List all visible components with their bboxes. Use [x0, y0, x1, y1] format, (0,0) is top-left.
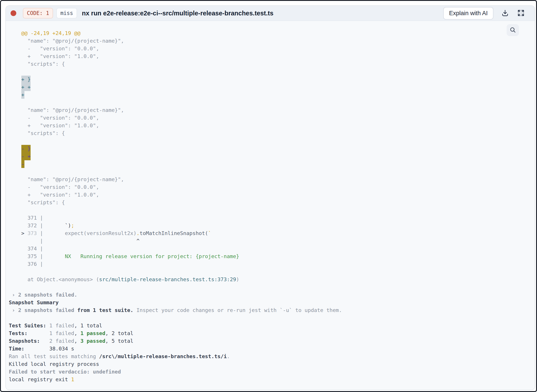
header: CODE: 1 miss nx run e2e-release:e2e-ci--…	[6, 6, 535, 21]
terminal-line: + "version": "1.0.0",	[9, 122, 504, 130]
terminal-line: at Object.<anonymous> (src/multiple-rele…	[9, 276, 504, 283]
terminal-line: - "version": "0.0.0",	[9, 114, 504, 122]
download-button[interactable]	[500, 8, 510, 18]
terminal-line: "name": "@proj/{project-name}",	[9, 176, 504, 183]
terminal-line: Test Suites: 1 failed, 1 total	[9, 322, 504, 330]
terminal-line	[9, 137, 504, 145]
terminal-line: local registry exit 1	[9, 376, 504, 383]
terminal-line: | ^	[9, 237, 504, 245]
terminal-line: +	[9, 91, 504, 99]
terminal-panel: @@ -24,19 +24,19 @@ "name": "@proj/{proj…	[6, 21, 535, 390]
terminal-line: + "version": "1.0.0",	[9, 191, 504, 199]
terminal-line: Time: 38.034 s	[9, 345, 504, 353]
fullscreen-button[interactable]	[516, 8, 526, 18]
terminal-line: Failed to start verdaccio: undefined	[9, 368, 504, 376]
terminal-line: Tests: 1 failed, 1 passed, 2 total	[9, 330, 504, 337]
search-icon	[509, 27, 516, 34]
terminal-line: 376 |	[9, 260, 504, 268]
terminal-line	[9, 68, 504, 76]
terminal-line: + "version": "1.0.0",	[9, 52, 504, 60]
terminal-line: Ran all test suites matching /src\/multi…	[9, 353, 504, 360]
outer-frame: CODE: 1 miss nx run e2e-release:e2e-ci--…	[0, 0, 537, 392]
terminal-line: Snapshots: 2 failed, 3 passed, 5 total	[9, 337, 504, 345]
terminal-line: 375 | NX Running release version for pro…	[9, 253, 504, 260]
terminal-line: -	[9, 160, 504, 168]
explain-with-ai-button[interactable]: Explain with AI	[443, 7, 494, 19]
terminal-line: Snapshot Summary	[9, 299, 504, 307]
terminal-line: 374 |	[9, 245, 504, 253]
terminal-line: › 2 snapshots failed from 1 test suite. …	[9, 307, 504, 314]
task-output-window: CODE: 1 miss nx run e2e-release:e2e-ci--…	[5, 5, 535, 390]
terminal-line: "scripts": {	[9, 130, 504, 137]
terminal-line: > 373 | expect(versionResult2x).toMatchI…	[9, 229, 504, 237]
terminal-line	[9, 283, 504, 291]
terminal-line: "name": "@proj/{project-name}",	[9, 37, 504, 45]
terminal-line: - }	[9, 145, 504, 153]
task-title: nx run e2e-release:e2e-ci--src/multiple-…	[82, 10, 273, 17]
terminal-line	[9, 99, 504, 106]
terminal-line: Killed local registry process	[9, 360, 504, 368]
terminal-line: + +	[9, 83, 504, 91]
fullscreen-icon	[517, 9, 525, 17]
terminal-line: › 2 snapshots failed.	[9, 291, 504, 299]
search-button[interactable]	[507, 24, 519, 36]
terminal-line: 371 |	[9, 214, 504, 222]
terminal-output: @@ -24,19 +24,19 @@ "name": "@proj/{proj…	[6, 21, 535, 383]
status-dot	[10, 10, 16, 16]
terminal-line: @@ -24,19 +24,19 @@	[9, 29, 504, 37]
terminal-line: - +	[9, 153, 504, 160]
terminal-line: "scripts": {	[9, 60, 504, 68]
terminal-line	[9, 314, 504, 322]
terminal-line: + }	[9, 76, 504, 83]
exit-code-badge: CODE: 1	[23, 8, 53, 19]
cache-status-badge: miss	[56, 8, 77, 19]
terminal-line	[9, 206, 504, 214]
terminal-line: - "version": "0.0.0",	[9, 183, 504, 191]
terminal-line: 372 | `);	[9, 222, 504, 229]
terminal-line: "scripts": {	[9, 199, 504, 206]
terminal-line: "name": "@proj/{project-name}",	[9, 106, 504, 114]
download-icon	[501, 9, 509, 17]
terminal-line	[9, 168, 504, 176]
terminal-line	[9, 268, 504, 276]
terminal-line: - "version": "0.0.0",	[9, 45, 504, 52]
